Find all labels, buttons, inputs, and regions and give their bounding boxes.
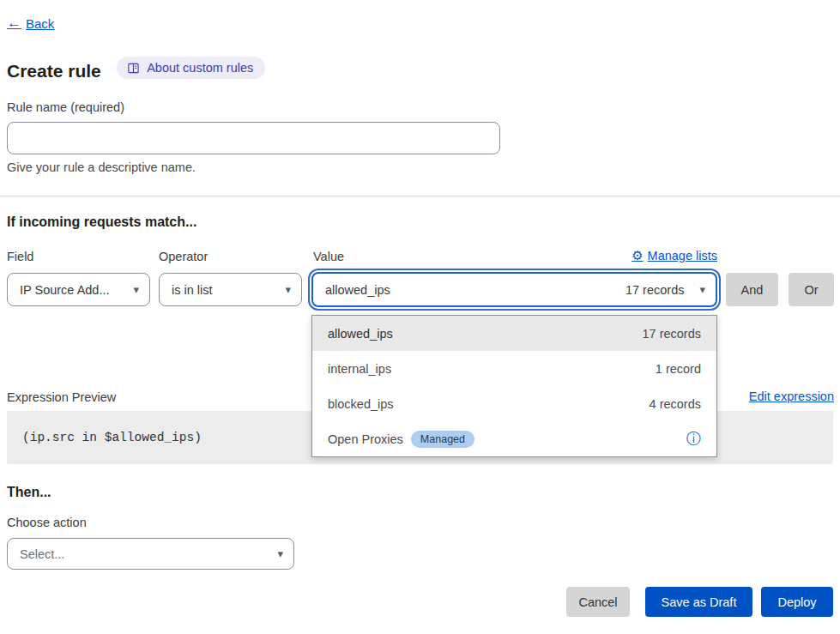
edit-expression-link[interactable]: Edit expression [749,389,834,403]
list-item-allowed-ips[interactable]: allowed_ips 17 records [312,316,716,351]
field-label: Field [7,250,33,263]
chevron-down-icon: ▾ [285,283,291,296]
choose-action-label: Choose action [7,516,87,529]
operator-select[interactable]: is in list ▾ [159,273,302,306]
match-section-heading: If incoming requests match... [7,214,196,230]
list-item-name: allowed_ips [328,327,393,341]
list-item-count: 4 records [650,397,701,411]
save-as-draft-button[interactable]: Save as Draft [645,587,752,617]
chevron-down-icon: ▾ [277,547,283,560]
list-item-internal-ips[interactable]: internal_ips 1 record [312,351,716,386]
action-select[interactable]: Select... ▾ [7,538,294,570]
list-item-name: Open Proxies [328,432,403,446]
expression-code: (ip.src in $allowed_ips) [22,431,202,444]
operator-select-value: is in list [172,283,213,297]
list-item-name: blocked_ips [328,397,394,411]
or-button[interactable]: Or [789,273,834,306]
chevron-down-icon: ▾ [133,283,139,296]
rule-name-input[interactable] [7,122,500,154]
value-select-value: allowed_ips [325,283,390,297]
list-item-open-proxies[interactable]: Open Proxies Managed ⓘ [312,421,716,456]
value-select[interactable]: allowed_ips 17 records ▾ [311,272,717,307]
value-dropdown-panel: allowed_ips 17 records internal_ips 1 re… [311,315,717,457]
field-select-value: IP Source Add... [20,283,110,297]
value-select-count: 17 records [625,283,685,297]
about-custom-rules-link[interactable]: About custom rules [117,57,265,79]
rule-name-label: Rule name (required) [7,100,124,114]
operator-label: Operator [159,250,208,263]
and-button[interactable]: And [726,273,778,306]
page-title: Create rule [7,61,101,82]
rule-name-helper: Give your rule a descriptive name. [7,160,196,174]
managed-badge: Managed [411,431,474,448]
chevron-down-icon: ▾ [699,283,705,296]
field-select[interactable]: IP Source Add... ▾ [7,273,150,306]
manage-lists-link[interactable]: ⚙Manage lists [632,248,717,263]
action-select-placeholder: Select... [20,547,64,561]
book-icon [127,62,140,75]
manage-lists-label: Manage lists [648,249,717,263]
list-item-count: 1 record [656,362,701,376]
expression-preview-label: Expression Preview [7,390,116,404]
list-item-blocked-ips[interactable]: blocked_ips 4 records [312,386,716,421]
list-item-name: internal_ips [328,362,391,376]
deploy-button[interactable]: Deploy [761,587,833,617]
about-custom-rules-label: About custom rules [147,61,253,75]
back-link-label: Back [26,16,54,31]
cancel-button[interactable]: Cancel [566,587,630,617]
list-item-count: 17 records [642,327,701,341]
info-icon[interactable]: ⓘ [686,432,701,446]
section-divider [0,196,840,196]
back-link[interactable]: ←Back [7,15,54,32]
then-section-heading: Then... [7,485,51,500]
gear-icon: ⚙ [632,248,643,263]
back-arrow-icon: ← [7,15,21,32]
